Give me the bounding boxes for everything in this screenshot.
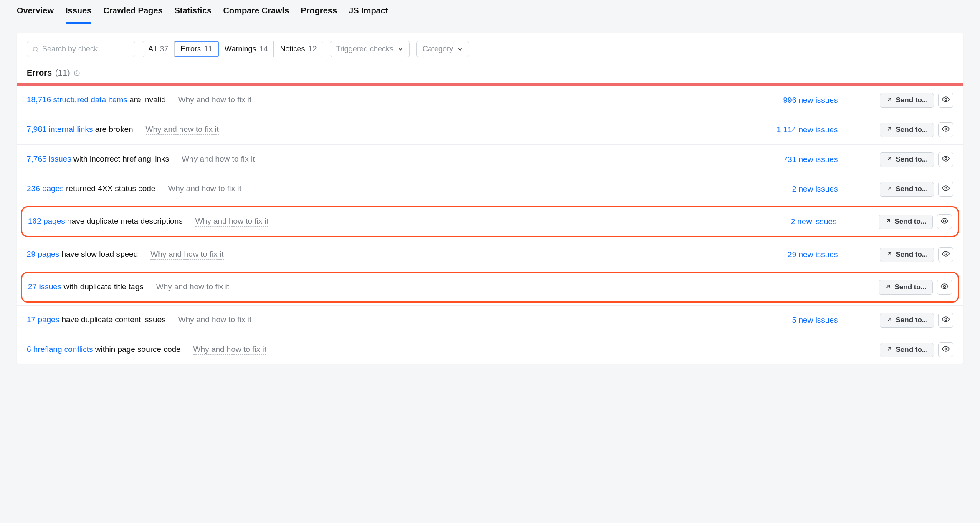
issue-row: 236 pages returned 4XX status codeWhy an… — [17, 174, 963, 204]
segment-warnings[interactable]: Warnings14 — [219, 41, 274, 57]
preview-button[interactable] — [938, 313, 953, 328]
why-how-fix-link[interactable]: Why and how to fix it — [178, 315, 251, 325]
tab-progress[interactable]: Progress — [301, 6, 337, 24]
issue-description: 162 pages have duplicate meta descriptio… — [28, 217, 753, 227]
segment-errors[interactable]: Errors11 — [175, 41, 219, 57]
arrow-icon — [885, 283, 891, 292]
svg-point-8 — [945, 187, 947, 189]
issue-description: 27 issues with duplicate title tagsWhy a… — [28, 282, 753, 292]
issue-text: 27 issues with duplicate title tags — [28, 282, 144, 291]
tab-statistics[interactable]: Statistics — [175, 6, 212, 24]
preview-button[interactable] — [938, 152, 953, 167]
preview-button[interactable] — [937, 280, 952, 295]
new-issues-link[interactable]: 29 new issues — [763, 250, 838, 259]
issue-link[interactable]: 162 pages — [28, 217, 65, 225]
preview-button[interactable] — [938, 342, 953, 357]
issue-rest: are invalid — [127, 95, 166, 104]
send-to-button[interactable]: Send to... — [880, 313, 934, 328]
arrow-icon — [886, 155, 893, 164]
search-input[interactable] — [42, 45, 130, 53]
why-how-fix-link[interactable]: Why and how to fix it — [150, 250, 223, 260]
preview-button[interactable] — [938, 182, 953, 197]
send-to-button[interactable]: Send to... — [880, 182, 934, 197]
issue-link[interactable]: 27 issues — [28, 282, 61, 291]
segment-label: Warnings — [225, 45, 256, 53]
svg-point-10 — [945, 253, 947, 255]
eye-icon — [942, 315, 950, 326]
preview-button[interactable] — [938, 93, 953, 108]
issue-link[interactable]: 29 pages — [27, 250, 59, 258]
send-to-label: Send to... — [896, 346, 928, 354]
why-how-fix-link[interactable]: Why and how to fix it — [182, 154, 255, 164]
dropdown-label: Category — [423, 45, 453, 53]
segment-notices[interactable]: Notices12 — [274, 41, 322, 57]
issue-description: 6 hreflang conflicts within page source … — [27, 345, 755, 355]
preview-button[interactable] — [938, 247, 953, 262]
row-actions: Send to... — [880, 152, 954, 167]
issue-text: 6 hreflang conflicts within page source … — [27, 345, 181, 354]
issue-rest: with duplicate title tags — [61, 282, 143, 291]
eye-icon — [942, 184, 950, 195]
issue-rest: have duplicate content issues — [59, 315, 166, 324]
why-how-fix-link[interactable]: Why and how to fix it — [178, 95, 251, 105]
section-title-count: (11) — [55, 68, 70, 78]
why-how-fix-link[interactable]: Why and how to fix it — [193, 345, 266, 355]
tab-issues[interactable]: Issues — [66, 6, 91, 24]
new-issues-link[interactable]: 996 new issues — [763, 96, 838, 105]
issue-row: 18,716 structured data items are invalid… — [17, 86, 963, 115]
category-dropdown[interactable]: Category — [416, 41, 469, 57]
send-to-label: Send to... — [896, 126, 928, 134]
search-wrap[interactable] — [27, 41, 135, 57]
svg-point-12 — [945, 318, 947, 320]
tab-compare-crawls[interactable]: Compare Crawls — [223, 6, 289, 24]
new-issues-link[interactable]: 731 new issues — [763, 155, 838, 164]
issue-description: 29 pages have slow load speedWhy and how… — [27, 250, 755, 260]
tab-crawled-pages[interactable]: Crawled Pages — [103, 6, 162, 24]
preview-button[interactable] — [938, 122, 953, 137]
segment-label: Notices — [280, 45, 305, 53]
eye-icon — [942, 250, 950, 260]
send-to-button[interactable]: Send to... — [880, 93, 934, 108]
new-issues-link[interactable]: 1,114 new issues — [763, 125, 838, 134]
new-issues-link[interactable]: 2 new issues — [763, 184, 838, 194]
row-actions: Send to... — [880, 122, 954, 137]
why-how-fix-link[interactable]: Why and how to fix it — [146, 125, 219, 135]
send-to-button[interactable]: Send to... — [879, 280, 933, 295]
send-to-label: Send to... — [895, 217, 927, 226]
issue-link[interactable]: 7,765 issues — [27, 154, 71, 163]
info-icon[interactable] — [73, 70, 80, 76]
send-to-button[interactable]: Send to... — [880, 248, 934, 262]
arrow-icon — [885, 217, 891, 226]
why-how-fix-link[interactable]: Why and how to fix it — [195, 217, 268, 227]
send-to-label: Send to... — [896, 185, 928, 193]
issue-link[interactable]: 17 pages — [27, 315, 59, 324]
chevron-down-icon — [457, 46, 463, 52]
preview-button[interactable] — [937, 214, 952, 229]
send-to-button[interactable]: Send to... — [880, 152, 934, 167]
send-to-button[interactable]: Send to... — [879, 215, 933, 229]
tab-overview[interactable]: Overview — [17, 6, 54, 24]
row-actions: Send to... — [880, 93, 954, 108]
issue-text: 7,981 internal links are broken — [27, 125, 133, 134]
tab-js-impact[interactable]: JS Impact — [349, 6, 388, 24]
issue-rest: are broken — [93, 125, 133, 134]
new-issues-link[interactable]: 5 new issues — [763, 316, 838, 325]
send-to-button[interactable]: Send to... — [880, 123, 934, 137]
svg-point-11 — [944, 285, 946, 287]
issues-panel: All37Errors11Warnings14Notices12 Trigger… — [17, 33, 963, 364]
issue-link[interactable]: 6 hreflang conflicts — [27, 345, 93, 354]
issue-row: 6 hreflang conflicts within page source … — [17, 335, 963, 364]
new-issues-link[interactable]: 2 new issues — [762, 217, 837, 226]
issue-link[interactable]: 18,716 structured data items — [27, 95, 127, 104]
issue-row: 27 issues with duplicate title tagsWhy a… — [21, 272, 959, 303]
why-how-fix-link[interactable]: Why and how to fix it — [156, 282, 229, 292]
dropdown-label: Triggered checks — [336, 45, 393, 53]
issue-link[interactable]: 236 pages — [27, 184, 64, 193]
send-to-button[interactable]: Send to... — [880, 343, 934, 357]
issue-text: 7,765 issues with incorrect hreflang lin… — [27, 154, 169, 164]
segment-all[interactable]: All37 — [142, 41, 175, 57]
issue-rest: returned 4XX status code — [64, 184, 156, 193]
why-how-fix-link[interactable]: Why and how to fix it — [168, 184, 241, 194]
issue-link[interactable]: 7,981 internal links — [27, 125, 93, 134]
triggered-checks-dropdown[interactable]: Triggered checks — [330, 41, 410, 57]
